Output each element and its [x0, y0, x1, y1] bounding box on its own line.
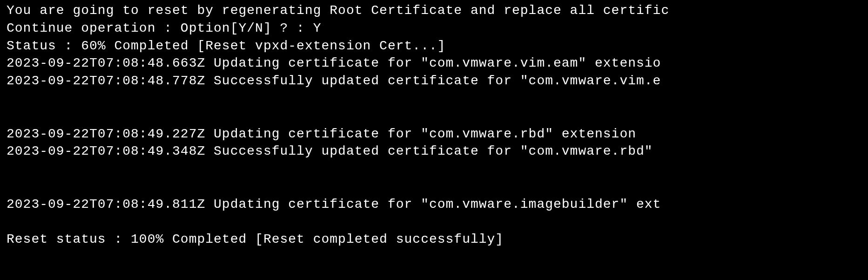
terminal-blank-line: [7, 178, 861, 196]
terminal-line: 2023-09-22T07:08:48.778Z Successfully up…: [7, 72, 861, 90]
terminal-line: 2023-09-22T07:08:49.227Z Updating certif…: [7, 125, 861, 143]
terminal-line: You are going to reset by regenerating R…: [7, 2, 861, 20]
terminal-line: Continue operation : Option[Y/N] ? : Y: [7, 20, 861, 37]
terminal-output: You are going to reset by regenerating R…: [7, 2, 861, 248]
terminal-blank-line: [7, 213, 861, 231]
terminal-line: Reset status : 100% Completed [Reset com…: [7, 231, 861, 248]
terminal-line: 2023-09-22T07:08:49.348Z Successfully up…: [7, 143, 861, 160]
terminal-line: 2023-09-22T07:08:49.811Z Updating certif…: [7, 196, 861, 213]
terminal-blank-line: [7, 90, 861, 108]
terminal-line: Status : 60% Completed [Reset vpxd-exten…: [7, 37, 861, 55]
terminal-line: 2023-09-22T07:08:48.663Z Updating certif…: [7, 55, 861, 72]
terminal-blank-line: [7, 108, 861, 125]
terminal-blank-line: [7, 160, 861, 178]
